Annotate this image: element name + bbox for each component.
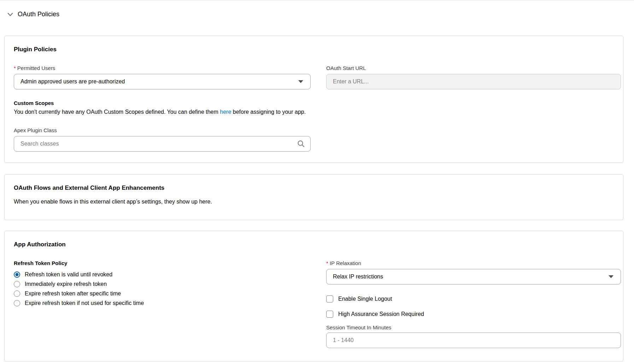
required-asterisk: *: [326, 260, 328, 266]
plugin-policies-card: Plugin Policies *Permitted Users Admin a…: [4, 36, 623, 163]
checkbox-unchecked-icon[interactable]: [326, 295, 333, 303]
app-authorization-heading: App Authorization: [14, 241, 621, 248]
custom-scopes-here-link[interactable]: here: [220, 109, 231, 115]
refresh-token-policy-radio-group: Refresh token is valid until revoked Imm…: [14, 270, 311, 308]
permitted-users-value: Admin approved users are pre-authorized: [20, 78, 125, 85]
oauth-start-url-input: [326, 74, 621, 89]
session-timeout-label: Session Timeout In Minutes: [326, 324, 621, 330]
radio-option-expire-if-not-used[interactable]: Expire refresh token if not used for spe…: [14, 298, 311, 308]
radio-unselected-icon[interactable]: [14, 300, 20, 306]
oauth-flows-card: OAuth Flows and External Client App Enha…: [4, 174, 623, 220]
oauth-policies-section-toggle[interactable]: OAuth Policies: [0, 0, 634, 18]
session-timeout-input[interactable]: [326, 333, 621, 348]
permitted-users-label: *Permitted Users: [14, 65, 311, 71]
plugin-policies-heading: Plugin Policies: [14, 46, 621, 53]
app-authorization-checkbox-group: Enable Single Logout High Assurance Sess…: [326, 294, 621, 319]
required-asterisk: *: [14, 65, 16, 71]
radio-unselected-icon[interactable]: [14, 281, 20, 287]
apex-plugin-class-search-input[interactable]: [14, 136, 311, 152]
section-title: OAuth Policies: [18, 11, 59, 18]
permitted-users-select[interactable]: Admin approved users are pre-authorized: [14, 74, 311, 89]
chevron-down-icon: [7, 11, 13, 18]
oauth-start-url-label: OAuth Start URL: [326, 65, 621, 71]
top-divider: [0, 0, 634, 0]
enable-single-logout-option[interactable]: Enable Single Logout: [326, 294, 621, 304]
ip-relaxation-select[interactable]: Relax IP restrictions: [326, 269, 621, 284]
dropdown-caret-icon: [298, 80, 303, 83]
oauth-flows-heading: OAuth Flows and External Client App Enha…: [14, 184, 614, 192]
custom-scopes-heading: Custom Scopes: [14, 100, 621, 106]
apex-plugin-class-label: Apex Plugin Class: [14, 127, 311, 133]
radio-option-expire-after-time[interactable]: Expire refresh token after specific time: [14, 289, 311, 298]
high-assurance-session-option[interactable]: High Assurance Session Required: [326, 309, 621, 319]
radio-selected-icon[interactable]: [14, 271, 20, 278]
ip-relaxation-label: *IP Relaxation: [326, 260, 621, 266]
radio-option-immediately-expire[interactable]: Immediately expire refresh token: [14, 279, 311, 289]
radio-unselected-icon[interactable]: [14, 290, 20, 297]
app-authorization-card: App Authorization Refresh Token Policy R…: [4, 231, 623, 362]
dropdown-caret-icon: [609, 275, 614, 278]
oauth-flows-description: When you enable flows in this external c…: [14, 199, 614, 205]
ip-relaxation-value: Relax IP restrictions: [333, 274, 383, 280]
refresh-token-policy-label: Refresh Token Policy: [14, 260, 311, 266]
checkbox-unchecked-icon[interactable]: [326, 311, 333, 318]
search-icon: [297, 140, 305, 148]
custom-scopes-text: You don't currently have any OAuth Custo…: [14, 109, 621, 115]
radio-option-valid-until-revoked[interactable]: Refresh token is valid until revoked: [14, 270, 311, 279]
